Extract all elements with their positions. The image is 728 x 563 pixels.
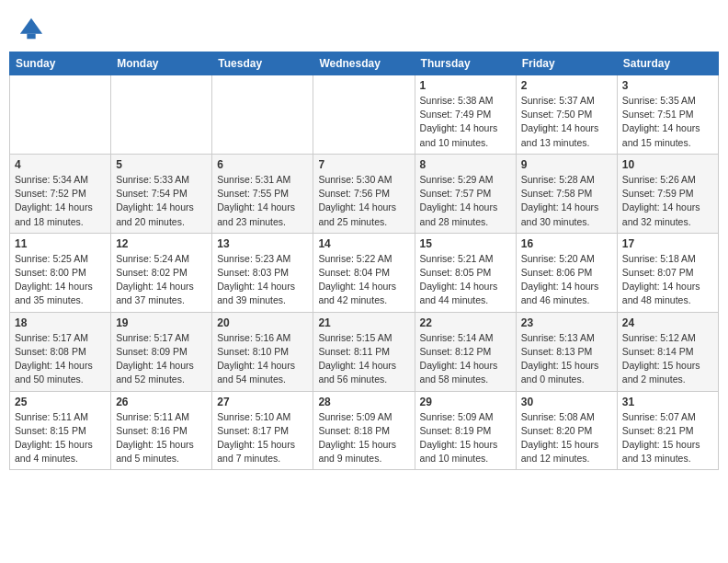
day-number: 15 xyxy=(420,237,511,250)
day-number: 11 xyxy=(15,237,106,250)
day-info: Sunrise: 5:07 AM Sunset: 8:21 PM Dayligh… xyxy=(622,410,713,466)
day-info: Sunrise: 5:11 AM Sunset: 8:16 PM Dayligh… xyxy=(116,410,207,466)
calendar-week-row: 4Sunrise: 5:34 AM Sunset: 7:52 PM Daylig… xyxy=(10,154,719,233)
calendar-cell: 1Sunrise: 5:38 AM Sunset: 7:49 PM Daylig… xyxy=(415,75,516,155)
day-info: Sunrise: 5:10 AM Sunset: 8:17 PM Dayligh… xyxy=(217,410,308,466)
day-number: 18 xyxy=(15,316,106,329)
day-number: 14 xyxy=(318,237,409,250)
day-number: 21 xyxy=(318,316,409,329)
day-info: Sunrise: 5:23 AM Sunset: 8:03 PM Dayligh… xyxy=(217,252,308,308)
logo xyxy=(18,17,48,42)
calendar-cell: 10Sunrise: 5:26 AM Sunset: 7:59 PM Dayli… xyxy=(617,154,718,233)
day-info: Sunrise: 5:30 AM Sunset: 7:56 PM Dayligh… xyxy=(318,173,409,229)
day-info: Sunrise: 5:16 AM Sunset: 8:10 PM Dayligh… xyxy=(217,331,308,387)
calendar-week-row: 11Sunrise: 5:25 AM Sunset: 8:00 PM Dayli… xyxy=(10,233,719,312)
day-info: Sunrise: 5:24 AM Sunset: 8:02 PM Dayligh… xyxy=(116,252,207,308)
calendar-cell: 23Sunrise: 5:13 AM Sunset: 8:13 PM Dayli… xyxy=(516,312,617,391)
day-number: 23 xyxy=(521,316,612,329)
day-info: Sunrise: 5:11 AM Sunset: 8:15 PM Dayligh… xyxy=(15,410,106,466)
calendar-table: SundayMondayTuesdayWednesdayThursdayFrid… xyxy=(9,52,719,470)
calendar-cell: 14Sunrise: 5:22 AM Sunset: 8:04 PM Dayli… xyxy=(313,233,415,312)
day-number: 4 xyxy=(15,158,106,171)
day-number: 20 xyxy=(217,316,308,329)
calendar-cell: 17Sunrise: 5:18 AM Sunset: 8:07 PM Dayli… xyxy=(617,233,718,312)
svg-rect-1 xyxy=(27,34,35,40)
day-number: 27 xyxy=(217,396,308,408)
day-number: 19 xyxy=(116,316,207,329)
day-info: Sunrise: 5:34 AM Sunset: 7:52 PM Dayligh… xyxy=(15,173,106,229)
calendar-cell: 22Sunrise: 5:14 AM Sunset: 8:12 PM Dayli… xyxy=(415,312,516,391)
day-number: 12 xyxy=(116,237,207,250)
day-info: Sunrise: 5:12 AM Sunset: 8:14 PM Dayligh… xyxy=(622,331,713,387)
day-number: 29 xyxy=(420,396,511,408)
day-number: 17 xyxy=(622,237,713,250)
calendar-cell: 11Sunrise: 5:25 AM Sunset: 8:00 PM Dayli… xyxy=(10,233,111,312)
calendar-cell: 27Sunrise: 5:10 AM Sunset: 8:17 PM Dayli… xyxy=(212,391,313,470)
calendar-cell: 7Sunrise: 5:30 AM Sunset: 7:56 PM Daylig… xyxy=(313,154,415,233)
calendar-cell: 15Sunrise: 5:21 AM Sunset: 8:05 PM Dayli… xyxy=(415,233,516,312)
day-info: Sunrise: 5:22 AM Sunset: 8:04 PM Dayligh… xyxy=(318,252,409,308)
calendar-cell: 28Sunrise: 5:09 AM Sunset: 8:18 PM Dayli… xyxy=(313,391,415,470)
calendar-cell: 31Sunrise: 5:07 AM Sunset: 8:21 PM Dayli… xyxy=(617,391,718,470)
calendar-cell: 4Sunrise: 5:34 AM Sunset: 7:52 PM Daylig… xyxy=(10,154,111,233)
day-info: Sunrise: 5:25 AM Sunset: 8:00 PM Dayligh… xyxy=(15,252,106,308)
calendar-cell: 25Sunrise: 5:11 AM Sunset: 8:15 PM Dayli… xyxy=(10,391,111,470)
day-number: 13 xyxy=(217,237,308,250)
calendar-cell: 8Sunrise: 5:29 AM Sunset: 7:57 PM Daylig… xyxy=(415,154,516,233)
calendar-header-row: SundayMondayTuesdayWednesdayThursdayFrid… xyxy=(10,52,719,75)
calendar-cell xyxy=(212,75,313,155)
day-info: Sunrise: 5:21 AM Sunset: 8:05 PM Dayligh… xyxy=(420,252,511,308)
day-number: 25 xyxy=(15,396,106,408)
day-info: Sunrise: 5:29 AM Sunset: 7:57 PM Dayligh… xyxy=(420,173,511,229)
weekday-header: Saturday xyxy=(617,52,718,75)
calendar-cell: 6Sunrise: 5:31 AM Sunset: 7:55 PM Daylig… xyxy=(212,154,313,233)
day-info: Sunrise: 5:37 AM Sunset: 7:50 PM Dayligh… xyxy=(521,94,612,150)
day-number: 7 xyxy=(318,158,409,171)
calendar-cell: 19Sunrise: 5:17 AM Sunset: 8:09 PM Dayli… xyxy=(111,312,212,391)
day-number: 30 xyxy=(521,396,612,408)
day-number: 6 xyxy=(217,158,308,171)
day-number: 3 xyxy=(622,79,713,92)
page-header xyxy=(9,9,719,46)
day-info: Sunrise: 5:13 AM Sunset: 8:13 PM Dayligh… xyxy=(521,331,612,387)
calendar-cell: 26Sunrise: 5:11 AM Sunset: 8:16 PM Dayli… xyxy=(111,391,212,470)
calendar-cell: 16Sunrise: 5:20 AM Sunset: 8:06 PM Dayli… xyxy=(516,233,617,312)
day-number: 8 xyxy=(420,158,511,171)
weekday-header: Thursday xyxy=(415,52,516,75)
weekday-header: Monday xyxy=(111,52,212,75)
day-info: Sunrise: 5:35 AM Sunset: 7:51 PM Dayligh… xyxy=(622,94,713,150)
weekday-header: Friday xyxy=(516,52,617,75)
calendar-cell: 24Sunrise: 5:12 AM Sunset: 8:14 PM Dayli… xyxy=(617,312,718,391)
calendar-cell: 5Sunrise: 5:33 AM Sunset: 7:54 PM Daylig… xyxy=(111,154,212,233)
day-info: Sunrise: 5:28 AM Sunset: 7:58 PM Dayligh… xyxy=(521,173,612,229)
day-info: Sunrise: 5:14 AM Sunset: 8:12 PM Dayligh… xyxy=(420,331,511,387)
calendar-cell: 21Sunrise: 5:15 AM Sunset: 8:11 PM Dayli… xyxy=(313,312,415,391)
calendar-cell: 12Sunrise: 5:24 AM Sunset: 8:02 PM Dayli… xyxy=(111,233,212,312)
day-info: Sunrise: 5:20 AM Sunset: 8:06 PM Dayligh… xyxy=(521,252,612,308)
day-number: 22 xyxy=(420,316,511,329)
calendar-week-row: 1Sunrise: 5:38 AM Sunset: 7:49 PM Daylig… xyxy=(10,75,719,155)
calendar-cell xyxy=(313,75,415,155)
calendar-cell: 29Sunrise: 5:09 AM Sunset: 8:19 PM Dayli… xyxy=(415,391,516,470)
day-info: Sunrise: 5:09 AM Sunset: 8:18 PM Dayligh… xyxy=(318,410,409,466)
day-number: 24 xyxy=(622,316,713,329)
calendar-cell: 18Sunrise: 5:17 AM Sunset: 8:08 PM Dayli… xyxy=(10,312,111,391)
calendar-cell: 20Sunrise: 5:16 AM Sunset: 8:10 PM Dayli… xyxy=(212,312,313,391)
day-info: Sunrise: 5:17 AM Sunset: 8:09 PM Dayligh… xyxy=(116,331,207,387)
day-info: Sunrise: 5:09 AM Sunset: 8:19 PM Dayligh… xyxy=(420,410,511,466)
day-number: 1 xyxy=(420,79,511,92)
calendar-cell: 13Sunrise: 5:23 AM Sunset: 8:03 PM Dayli… xyxy=(212,233,313,312)
calendar-cell: 3Sunrise: 5:35 AM Sunset: 7:51 PM Daylig… xyxy=(617,75,718,155)
day-number: 5 xyxy=(116,158,207,171)
day-number: 31 xyxy=(622,396,713,408)
day-info: Sunrise: 5:15 AM Sunset: 8:11 PM Dayligh… xyxy=(318,331,409,387)
day-info: Sunrise: 5:38 AM Sunset: 7:49 PM Dayligh… xyxy=(420,94,511,150)
day-number: 28 xyxy=(318,396,409,408)
calendar-week-row: 18Sunrise: 5:17 AM Sunset: 8:08 PM Dayli… xyxy=(10,312,719,391)
day-number: 9 xyxy=(521,158,612,171)
day-info: Sunrise: 5:31 AM Sunset: 7:55 PM Dayligh… xyxy=(217,173,308,229)
logo-icon xyxy=(18,17,44,42)
day-info: Sunrise: 5:33 AM Sunset: 7:54 PM Dayligh… xyxy=(116,173,207,229)
day-number: 16 xyxy=(521,237,612,250)
calendar-week-row: 25Sunrise: 5:11 AM Sunset: 8:15 PM Dayli… xyxy=(10,391,719,470)
